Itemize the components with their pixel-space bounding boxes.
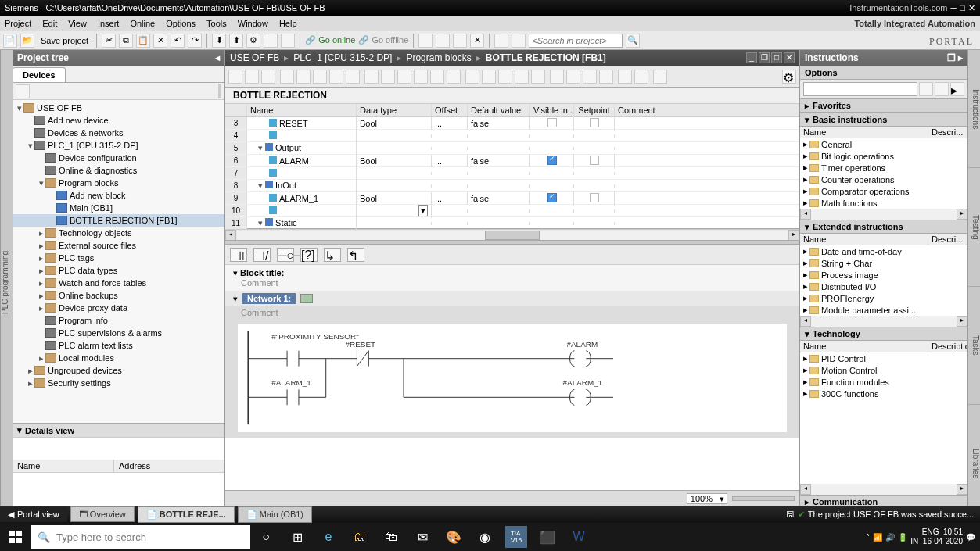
- expand-icon[interactable]: ▾: [38, 178, 45, 188]
- block-comment[interactable]: Comment: [241, 278, 278, 288]
- basic-col-name[interactable]: Name: [800, 127, 928, 138]
- tree-node[interactable]: Program info: [13, 314, 224, 327]
- ed-tb-12[interactable]: [414, 70, 428, 84]
- branch-open-icon[interactable]: ↳: [324, 248, 341, 262]
- expand-icon[interactable]: ▸: [38, 228, 45, 238]
- copy-icon[interactable]: ⧉: [119, 34, 133, 48]
- rp-icon-2[interactable]: ▸: [958, 52, 963, 63]
- var-row[interactable]: 8▾ InOut: [225, 180, 799, 192]
- ed-tb-5[interactable]: [296, 70, 311, 84]
- overview-tab[interactable]: 🗔 Overview: [70, 506, 135, 522]
- ed-tb-24[interactable]: [618, 70, 632, 84]
- paint-icon[interactable]: 🎨: [443, 526, 465, 548]
- var-row[interactable]: 6ALARMBool...false: [225, 155, 799, 167]
- ed-tb-21[interactable]: [566, 70, 580, 84]
- contact-nc-icon[interactable]: ⊣/⊢: [253, 248, 271, 262]
- ed-tb-22[interactable]: [583, 70, 597, 84]
- ed-tb-4[interactable]: [280, 70, 294, 84]
- contact-no-icon[interactable]: ⊣⊢: [230, 248, 247, 262]
- tech-hscroll[interactable]: ◂▸: [800, 484, 967, 495]
- wifi-icon[interactable]: 📶: [873, 533, 882, 542]
- tree-node[interactable]: ▾PLC_1 [CPU 315-2 DP]: [13, 139, 224, 152]
- main-ob1-tab[interactable]: 📄 Main (OB1): [238, 506, 312, 523]
- tool-icon-7[interactable]: [494, 34, 508, 48]
- plc-programming-tab[interactable]: PLC programming: [0, 50, 13, 523]
- var-row[interactable]: 11▾ Static: [225, 217, 799, 230]
- ed-tb-2[interactable]: [245, 70, 259, 84]
- notifications-icon[interactable]: 💬: [966, 533, 975, 542]
- tree-node[interactable]: Main [OB1]: [13, 202, 224, 214]
- tree-node[interactable]: Add new device: [13, 114, 224, 127]
- ed-min-icon[interactable]: _: [746, 52, 757, 63]
- undo-icon[interactable]: ↶: [171, 34, 185, 48]
- new-project-icon[interactable]: 📄: [3, 34, 17, 48]
- devices-tab[interactable]: Devices: [13, 67, 66, 82]
- rp-search-2[interactable]: [935, 82, 949, 96]
- hdr-num[interactable]: [225, 104, 247, 116]
- rp-search-3[interactable]: ▸: [950, 82, 964, 96]
- pt-tool-1[interactable]: [16, 84, 30, 98]
- hdr-type[interactable]: Data type: [357, 104, 432, 116]
- tool-icon-5[interactable]: [453, 34, 467, 48]
- menu-insert[interactable]: Insert: [98, 19, 120, 28]
- ed-close-icon[interactable]: ✕: [784, 52, 795, 63]
- volume-icon[interactable]: 🔊: [885, 533, 895, 542]
- tech-col-name[interactable]: Name: [800, 341, 928, 352]
- network-label[interactable]: Network 1:: [242, 293, 296, 304]
- side-instructions[interactable]: Instructions: [968, 50, 980, 168]
- word-icon[interactable]: W: [568, 526, 590, 548]
- instruction-item[interactable]: ▸Process image: [800, 269, 967, 281]
- instructions-search[interactable]: [803, 82, 917, 96]
- expand-icon[interactable]: ▸: [38, 253, 45, 263]
- store-icon[interactable]: 🛍: [380, 526, 402, 548]
- ladder-diagram[interactable]: #"PROXIMITY SENSOR" #RESET #ALARM #ALARM…: [238, 324, 787, 433]
- menu-project[interactable]: Project: [5, 19, 31, 28]
- instruction-item[interactable]: ▸Math functions: [800, 197, 967, 209]
- menu-window[interactable]: Window: [238, 19, 268, 28]
- tree-node[interactable]: ▸Online backups: [13, 289, 224, 302]
- instruction-item[interactable]: ▸String + Char: [800, 257, 967, 269]
- hdr-com[interactable]: Comment: [615, 104, 799, 116]
- ed-tb-7[interactable]: [329, 70, 343, 84]
- ed-tb-19[interactable]: [531, 70, 545, 84]
- tech-col-desc[interactable]: Description: [928, 341, 967, 352]
- bc-0[interactable]: USE OF FB: [230, 52, 279, 63]
- basic-hscroll[interactable]: ◂▸: [800, 209, 967, 220]
- menu-online[interactable]: Online: [130, 19, 155, 28]
- ed-tb-23[interactable]: [599, 70, 613, 84]
- app-icon-1[interactable]: ⬛: [537, 526, 558, 548]
- ed-tb-3[interactable]: [261, 70, 275, 84]
- tool-icon-4[interactable]: [436, 34, 450, 48]
- ext-col-name[interactable]: Name: [800, 234, 928, 245]
- favorites-title[interactable]: Favorites: [813, 101, 851, 110]
- bc-2[interactable]: Program blocks: [406, 52, 471, 63]
- instruction-item[interactable]: ▸Comparator operations: [800, 185, 967, 197]
- tree-node[interactable]: ▸External source files: [13, 239, 224, 252]
- instruction-item[interactable]: ▸Timer operations: [800, 162, 967, 174]
- tool-icon-6[interactable]: ✕: [470, 34, 484, 48]
- open-project-icon[interactable]: 📂: [20, 34, 34, 48]
- expand-icon[interactable]: ▸: [38, 303, 45, 313]
- ed-restore-icon[interactable]: ❐: [759, 52, 770, 63]
- search-go-icon[interactable]: 🔍: [626, 34, 640, 48]
- tree-node[interactable]: Add new block: [13, 189, 224, 202]
- basic-exp[interactable]: ▾: [805, 115, 809, 125]
- pt-collapse-icon[interactable]: ◂: [215, 52, 220, 63]
- zoom-slider[interactable]: [732, 496, 795, 501]
- hdr-name[interactable]: Name: [247, 104, 357, 116]
- var-hscroll[interactable]: ◂▸: [225, 229, 799, 240]
- zoom-select[interactable]: 100%: [687, 493, 727, 504]
- save-project-button[interactable]: Save project: [41, 36, 88, 45]
- details-col-name[interactable]: Name: [13, 460, 114, 472]
- ed-tb-8[interactable]: [346, 70, 360, 84]
- tree-node[interactable]: ▸PLC tags: [13, 252, 224, 264]
- hdr-set[interactable]: Setpoint: [574, 104, 615, 116]
- side-tasks[interactable]: Tasks: [968, 287, 980, 405]
- menu-view[interactable]: View: [68, 19, 87, 28]
- tech-exp[interactable]: ▾: [805, 329, 809, 339]
- menu-tools[interactable]: Tools: [206, 19, 227, 28]
- tree-node[interactable]: ▸Local modules: [13, 352, 224, 364]
- expand-icon[interactable]: ▸: [38, 241, 45, 251]
- explorer-icon[interactable]: 🗂: [349, 526, 371, 548]
- taskbar-search[interactable]: 🔍 Type here to search: [31, 525, 250, 549]
